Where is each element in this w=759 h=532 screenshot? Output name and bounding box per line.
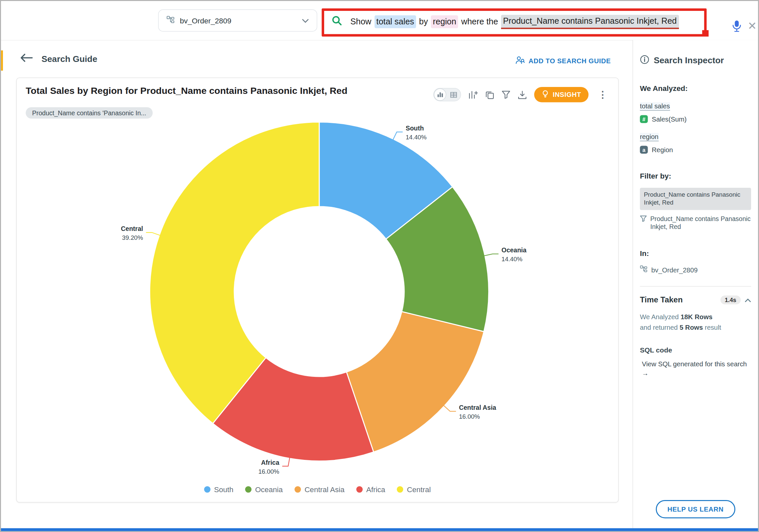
legend-dot	[397, 486, 404, 493]
label-leader-line	[146, 232, 160, 235]
slice-label-percent: 16.00%	[258, 468, 279, 475]
close-icon[interactable]: ✕	[748, 21, 757, 32]
dataset-selector[interactable]: bv_Order_2809	[158, 10, 317, 32]
back-arrow-icon[interactable]	[20, 53, 33, 64]
numeric-field-icon: #	[640, 115, 648, 123]
search-token-measure[interactable]: total sales	[374, 16, 416, 28]
measure-field-row: # Sales(Sum)	[640, 115, 751, 123]
chart-legend: SouthOceaniaCentral AsiaAfricaCentral	[17, 485, 618, 494]
filter-detail-row: Product_Name contains Panasonic Inkjet, …	[640, 215, 751, 231]
filter-by-label: Filter by:	[640, 172, 751, 180]
legend-dot	[356, 486, 363, 493]
search-token-plain[interactable]: where the	[461, 16, 498, 28]
person-search-icon	[515, 56, 525, 66]
info-icon	[640, 55, 650, 66]
label-leader-line	[443, 405, 456, 411]
in-label: In:	[640, 249, 751, 258]
time-taken-badge: 1.4s	[720, 296, 740, 305]
legend-dot	[204, 486, 211, 493]
result-card: Total Sales by Region for Product_Name c…	[17, 78, 619, 503]
card-header: Total Sales by Region for Product_Name c…	[17, 78, 618, 102]
inspector-title: Search Inspector	[654, 55, 724, 66]
measure-token[interactable]: total sales	[640, 102, 670, 111]
legend-label: Central Asia	[304, 485, 344, 494]
microphone-button[interactable]	[731, 20, 742, 35]
string-field-icon: a	[640, 146, 648, 154]
legend-item-south[interactable]: South	[204, 485, 234, 494]
search-inspector-panel: Search Inspector We Analyzed: total sale…	[632, 40, 758, 528]
chevron-down-icon[interactable]	[302, 16, 309, 25]
annotation-handle	[702, 30, 709, 37]
dimension-token[interactable]: region	[640, 133, 659, 142]
chart-table-toggle[interactable]	[433, 88, 461, 102]
insight-label: INSIGHT	[553, 91, 581, 99]
inspector-header: Search Inspector	[640, 55, 751, 66]
dataset-selector-value: bv_Order_2809	[180, 17, 297, 25]
arrow-right-icon: →	[642, 370, 649, 377]
dimension-field-row: a Region	[640, 146, 751, 154]
insight-button[interactable]: INSIGHT	[534, 87, 588, 102]
donut-slice-central-asia[interactable]	[346, 311, 484, 452]
time-taken-label: Time Taken	[640, 296, 720, 305]
small-filter-icon	[640, 215, 647, 231]
legend-item-central[interactable]: Central	[397, 485, 431, 494]
legend-label: Oceania	[255, 485, 283, 494]
we-analyzed-label: We Analyzed:	[640, 84, 751, 93]
search-token-filter[interactable]: Product_Name contains Panasonic Inkjet, …	[501, 15, 679, 29]
inspector-dataset-name: bv_Order_2809	[651, 266, 698, 274]
slice-label-percent: 14.40%	[406, 134, 427, 141]
table-view-icon[interactable]	[446, 92, 461, 98]
search-bar[interactable]: Showtotal salesbyregionwhere theProduct_…	[331, 13, 679, 31]
divider	[640, 286, 751, 287]
search-token-plain[interactable]: by	[419, 16, 428, 28]
legend-item-africa[interactable]: Africa	[356, 485, 385, 494]
legend-item-oceania[interactable]: Oceania	[245, 485, 283, 494]
dataset-icon	[640, 266, 648, 274]
dimension-field-label: Region	[652, 146, 673, 153]
slice-label-percent: 16.00%	[459, 413, 480, 420]
legend-label: Africa	[366, 485, 385, 494]
inspector-filter-chip[interactable]: Product_Name contains Panasonic Inkjet, …	[640, 188, 751, 210]
add-to-search-guide-button[interactable]: ADD TO SEARCH GUIDE	[515, 56, 611, 66]
slice-label-percent: 14.40%	[501, 256, 522, 263]
dataset-icon	[167, 16, 175, 25]
kebab-menu-icon[interactable]: ⋮	[596, 89, 610, 101]
legend-dot	[245, 486, 252, 493]
label-leader-line	[393, 132, 403, 140]
chevron-up-icon[interactable]	[745, 296, 751, 305]
help-us-learn-button[interactable]: HELP US LEARN	[656, 500, 736, 518]
lightbulb-icon	[542, 90, 549, 100]
add-chart-icon[interactable]	[469, 90, 478, 100]
time-taken-row[interactable]: Time Taken 1.4s	[640, 296, 751, 305]
returned-rows-value: 5 Rows	[680, 324, 703, 331]
app-window: bv_Order_2809 Showtotal salesbyregionwhe…	[0, 0, 759, 532]
legend-label: Central	[407, 485, 431, 494]
copy-icon[interactable]	[486, 90, 495, 99]
sql-code-label: SQL code	[640, 346, 751, 354]
slice-label-name: Central	[121, 225, 143, 232]
search-input[interactable]: Showtotal salesbyregionwhere theProduct_…	[350, 15, 679, 29]
filter-icon[interactable]	[502, 91, 511, 99]
search-guide-header: Search Guide	[20, 53, 97, 64]
left-accent-bar	[1, 50, 3, 71]
top-header: bv_Order_2809 Showtotal salesbyregionwhe…	[1, 1, 758, 41]
search-guide-title: Search Guide	[42, 54, 97, 64]
slice-label-name: Oceania	[501, 246, 526, 254]
chart-view-icon[interactable]	[434, 89, 447, 101]
label-leader-line	[484, 254, 499, 256]
inspector-dataset-row: bv_Order_2809	[640, 266, 751, 274]
download-icon[interactable]	[518, 90, 527, 99]
analyzed-rows-value: 18K Rows	[681, 313, 712, 321]
card-toolbar: INSIGHT ⋮	[433, 87, 609, 102]
search-token-dimension[interactable]: region	[431, 16, 458, 28]
measure-field-label: Sales(Sum)	[652, 115, 687, 123]
chart-title: Total Sales by Region for Product_Name c…	[26, 86, 347, 97]
legend-dot	[295, 486, 301, 493]
add-to-search-guide-label: ADD TO SEARCH GUIDE	[528, 57, 611, 64]
view-sql-link[interactable]: View SQL generated for this search →	[640, 360, 751, 379]
legend-item-central-asia[interactable]: Central Asia	[295, 485, 344, 494]
search-token-plain[interactable]: Show	[350, 16, 372, 28]
slice-label-percent: 39.20%	[122, 234, 143, 241]
bottom-accent-bar	[1, 528, 758, 531]
donut-chart: South14.40%Oceania14.40%Central Asia16.0…	[17, 108, 619, 482]
